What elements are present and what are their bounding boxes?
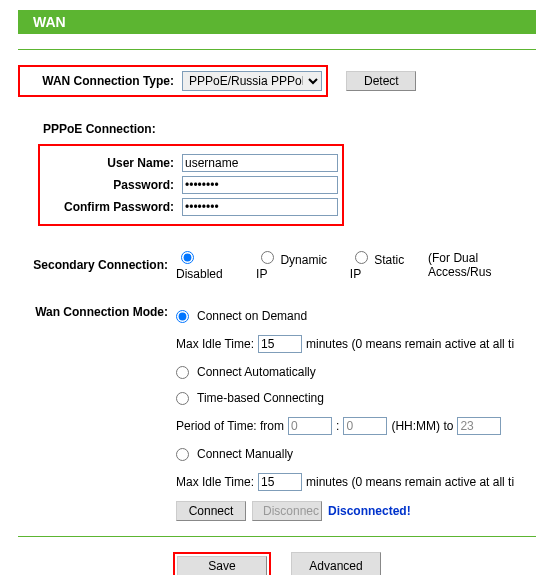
- divider-bottom: [18, 536, 536, 537]
- connection-status: Disconnected!: [328, 504, 411, 518]
- idle-note-1: minutes (0 means remain active at all ti: [306, 337, 514, 351]
- divider: [18, 49, 536, 50]
- radio-disabled[interactable]: [181, 251, 194, 264]
- idle-label-1: Max Idle Time:: [176, 337, 254, 351]
- highlight-save: Save: [173, 552, 271, 575]
- radio-static[interactable]: [355, 251, 368, 264]
- highlight-connection-type: WAN Connection Type: PPPoE/Russia PPPoE: [18, 65, 328, 97]
- period-to-hh: [457, 417, 501, 435]
- period-from-mm: [343, 417, 387, 435]
- header-bar: WAN: [18, 10, 536, 34]
- pppoe-heading: PPPoE Connection:: [43, 122, 536, 136]
- password-input[interactable]: [182, 176, 338, 194]
- manual-label: Connect Manually: [197, 447, 293, 461]
- detect-button[interactable]: Detect: [346, 71, 416, 91]
- confirm-password-label: Confirm Password:: [44, 200, 182, 214]
- colon-1: :: [336, 419, 339, 433]
- connect-button[interactable]: Connect: [176, 501, 246, 521]
- save-button[interactable]: Save: [177, 556, 267, 575]
- username-label: User Name:: [44, 156, 182, 170]
- radio-manual[interactable]: [176, 448, 189, 461]
- page-title: WAN: [33, 14, 66, 30]
- radio-dynamic[interactable]: [261, 251, 274, 264]
- wan-conn-type-label: WAN Connection Type:: [24, 74, 182, 88]
- secondary-conn-label: Secondary Connection:: [18, 258, 176, 272]
- highlight-credentials: User Name: Password: Confirm Password:: [38, 144, 344, 226]
- username-input[interactable]: [182, 154, 338, 172]
- radio-on-demand[interactable]: [176, 310, 189, 323]
- radio-time-based[interactable]: [176, 392, 189, 405]
- auto-label: Connect Automatically: [197, 365, 316, 379]
- advanced-button[interactable]: Advanced: [291, 552, 381, 575]
- hhmm-to-label: (HH:MM) to: [391, 419, 453, 433]
- disconnect-button: Disconnec: [252, 501, 322, 521]
- on-demand-label: Connect on Demand: [197, 309, 307, 323]
- secondary-dynamic-option[interactable]: Dynamic IP: [256, 248, 336, 281]
- password-label: Password:: [44, 178, 182, 192]
- confirm-password-input[interactable]: [182, 198, 338, 216]
- wan-mode-label: Wan Connection Mode:: [18, 303, 176, 319]
- period-from-label: Period of Time: from: [176, 419, 284, 433]
- idle-time-input-2[interactable]: [258, 473, 302, 491]
- idle-time-input-1[interactable]: [258, 335, 302, 353]
- idle-note-2: minutes (0 means remain active at all ti: [306, 475, 514, 489]
- secondary-disabled-option[interactable]: Disabled: [176, 248, 242, 281]
- radio-auto[interactable]: [176, 366, 189, 379]
- idle-label-2: Max Idle Time:: [176, 475, 254, 489]
- time-based-label: Time-based Connecting: [197, 391, 324, 405]
- period-from-hh: [288, 417, 332, 435]
- secondary-static-option[interactable]: Static IP: [350, 248, 414, 281]
- wan-conn-type-select[interactable]: PPPoE/Russia PPPoE: [182, 71, 322, 91]
- secondary-note: (For Dual Access/Rus: [428, 251, 536, 279]
